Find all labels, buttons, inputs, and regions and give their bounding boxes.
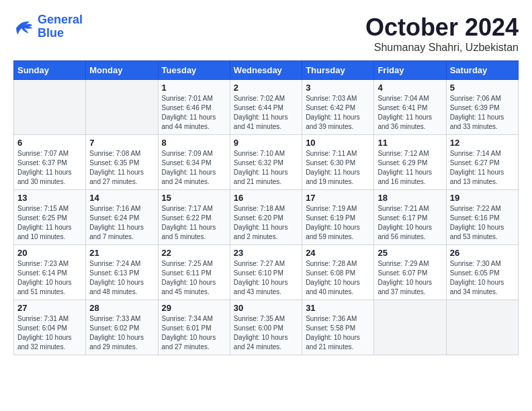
day-header-sunday: Sunday (14, 61, 86, 80)
day-info: Sunrise: 7:31 AMSunset: 6:04 PMDaylight:… (17, 314, 82, 352)
calendar-cell: 3Sunrise: 7:03 AMSunset: 6:42 PMDaylight… (302, 80, 374, 135)
day-number: 19 (450, 193, 515, 203)
day-number: 28 (89, 303, 154, 313)
day-info: Sunrise: 7:23 AMSunset: 6:14 PMDaylight:… (17, 259, 82, 297)
calendar-cell: 29Sunrise: 7:34 AMSunset: 6:01 PMDayligh… (158, 300, 230, 355)
day-number: 30 (234, 303, 298, 313)
calendar-header-row: SundayMondayTuesdayWednesdayThursdayFrid… (14, 61, 519, 80)
day-number: 2 (234, 83, 298, 93)
calendar-cell: 6Sunrise: 7:07 AMSunset: 6:37 PMDaylight… (14, 135, 86, 190)
day-info: Sunrise: 7:15 AMSunset: 6:25 PMDaylight:… (17, 204, 82, 242)
day-info: Sunrise: 7:16 AMSunset: 6:24 PMDaylight:… (89, 204, 154, 242)
day-info: Sunrise: 7:09 AMSunset: 6:34 PMDaylight:… (162, 149, 226, 187)
day-number: 8 (162, 138, 226, 148)
calendar-cell: 18Sunrise: 7:21 AMSunset: 6:17 PMDayligh… (374, 190, 446, 245)
calendar-cell: 7Sunrise: 7:08 AMSunset: 6:35 PMDaylight… (86, 135, 158, 190)
calendar-cell: 13Sunrise: 7:15 AMSunset: 6:25 PMDayligh… (14, 190, 86, 245)
title-block: October 2024 Shumanay Shahri, Uzbekistan (365, 13, 519, 54)
day-number: 17 (306, 193, 370, 203)
day-info: Sunrise: 7:30 AMSunset: 6:05 PMDaylight:… (450, 259, 515, 297)
calendar-cell: 21Sunrise: 7:24 AMSunset: 6:13 PMDayligh… (86, 245, 158, 300)
calendar-cell: 24Sunrise: 7:28 AMSunset: 6:08 PMDayligh… (302, 245, 374, 300)
day-info: Sunrise: 7:06 AMSunset: 6:39 PMDaylight:… (450, 94, 515, 132)
calendar-cell (446, 300, 518, 355)
day-info: Sunrise: 7:03 AMSunset: 6:42 PMDaylight:… (306, 94, 370, 132)
calendar-cell: 5Sunrise: 7:06 AMSunset: 6:39 PMDaylight… (446, 80, 518, 135)
calendar-table: SundayMondayTuesdayWednesdayThursdayFrid… (13, 60, 519, 355)
calendar-week-row: 13Sunrise: 7:15 AMSunset: 6:25 PMDayligh… (14, 190, 519, 245)
calendar-week-row: 27Sunrise: 7:31 AMSunset: 6:04 PMDayligh… (14, 300, 519, 355)
calendar-cell: 26Sunrise: 7:30 AMSunset: 6:05 PMDayligh… (446, 245, 518, 300)
calendar-cell: 17Sunrise: 7:19 AMSunset: 6:19 PMDayligh… (302, 190, 374, 245)
day-info: Sunrise: 7:17 AMSunset: 6:22 PMDaylight:… (162, 204, 226, 242)
day-number: 10 (306, 138, 370, 148)
calendar-cell: 4Sunrise: 7:04 AMSunset: 6:41 PMDaylight… (374, 80, 446, 135)
calendar-cell (374, 300, 446, 355)
day-number: 20 (17, 248, 82, 258)
calendar-cell: 10Sunrise: 7:11 AMSunset: 6:30 PMDayligh… (302, 135, 374, 190)
calendar-cell: 28Sunrise: 7:33 AMSunset: 6:02 PMDayligh… (86, 300, 158, 355)
calendar-cell (14, 80, 86, 135)
day-header-monday: Monday (86, 61, 158, 80)
calendar-week-row: 20Sunrise: 7:23 AMSunset: 6:14 PMDayligh… (14, 245, 519, 300)
calendar-cell: 9Sunrise: 7:10 AMSunset: 6:32 PMDaylight… (230, 135, 302, 190)
page-header: General Blue October 2024 Shumanay Shahr… (13, 13, 519, 54)
logo: General Blue (13, 13, 83, 40)
day-info: Sunrise: 7:22 AMSunset: 6:16 PMDaylight:… (450, 204, 515, 242)
day-number: 23 (234, 248, 298, 258)
day-header-friday: Friday (374, 61, 446, 80)
day-info: Sunrise: 7:24 AMSunset: 6:13 PMDaylight:… (89, 259, 154, 297)
calendar-cell: 15Sunrise: 7:17 AMSunset: 6:22 PMDayligh… (158, 190, 230, 245)
day-number: 6 (17, 138, 82, 148)
calendar-cell: 23Sunrise: 7:27 AMSunset: 6:10 PMDayligh… (230, 245, 302, 300)
calendar-cell: 19Sunrise: 7:22 AMSunset: 6:16 PMDayligh… (446, 190, 518, 245)
calendar-cell: 31Sunrise: 7:36 AMSunset: 5:58 PMDayligh… (302, 300, 374, 355)
day-number: 14 (89, 193, 154, 203)
day-number: 16 (234, 193, 298, 203)
day-number: 1 (162, 83, 226, 93)
day-info: Sunrise: 7:11 AMSunset: 6:30 PMDaylight:… (306, 149, 370, 187)
calendar-cell: 2Sunrise: 7:02 AMSunset: 6:44 PMDaylight… (230, 80, 302, 135)
day-header-wednesday: Wednesday (230, 61, 302, 80)
day-number: 18 (378, 193, 442, 203)
month-title: October 2024 (365, 13, 519, 42)
day-info: Sunrise: 7:29 AMSunset: 6:07 PMDaylight:… (378, 259, 442, 297)
day-info: Sunrise: 7:14 AMSunset: 6:27 PMDaylight:… (450, 149, 515, 187)
day-number: 7 (89, 138, 154, 148)
day-number: 15 (162, 193, 226, 203)
day-number: 3 (306, 83, 370, 93)
day-info: Sunrise: 7:04 AMSunset: 6:41 PMDaylight:… (378, 94, 442, 132)
day-info: Sunrise: 7:34 AMSunset: 6:01 PMDaylight:… (162, 314, 226, 352)
calendar-cell (86, 80, 158, 135)
day-number: 27 (17, 303, 82, 313)
day-info: Sunrise: 7:08 AMSunset: 6:35 PMDaylight:… (89, 149, 154, 187)
calendar-cell: 22Sunrise: 7:25 AMSunset: 6:11 PMDayligh… (158, 245, 230, 300)
calendar-week-row: 6Sunrise: 7:07 AMSunset: 6:37 PMDaylight… (14, 135, 519, 190)
day-info: Sunrise: 7:01 AMSunset: 6:46 PMDaylight:… (162, 94, 226, 132)
day-info: Sunrise: 7:07 AMSunset: 6:37 PMDaylight:… (17, 149, 82, 187)
calendar-cell: 12Sunrise: 7:14 AMSunset: 6:27 PMDayligh… (446, 135, 518, 190)
logo-icon (13, 17, 35, 36)
day-number: 31 (306, 303, 370, 313)
calendar-cell: 14Sunrise: 7:16 AMSunset: 6:24 PMDayligh… (86, 190, 158, 245)
day-info: Sunrise: 7:18 AMSunset: 6:20 PMDaylight:… (234, 204, 298, 242)
day-number: 11 (378, 138, 442, 148)
calendar-cell: 27Sunrise: 7:31 AMSunset: 6:04 PMDayligh… (14, 300, 86, 355)
day-info: Sunrise: 7:10 AMSunset: 6:32 PMDaylight:… (234, 149, 298, 187)
day-info: Sunrise: 7:27 AMSunset: 6:10 PMDaylight:… (234, 259, 298, 297)
day-info: Sunrise: 7:25 AMSunset: 6:11 PMDaylight:… (162, 259, 226, 297)
calendar-cell: 1Sunrise: 7:01 AMSunset: 6:46 PMDaylight… (158, 80, 230, 135)
day-number: 4 (378, 83, 442, 93)
location-subtitle: Shumanay Shahri, Uzbekistan (365, 42, 519, 54)
day-info: Sunrise: 7:28 AMSunset: 6:08 PMDaylight:… (306, 259, 370, 297)
day-info: Sunrise: 7:02 AMSunset: 6:44 PMDaylight:… (234, 94, 298, 132)
day-header-tuesday: Tuesday (158, 61, 230, 80)
day-header-saturday: Saturday (446, 61, 518, 80)
day-number: 22 (162, 248, 226, 258)
calendar-body: 1Sunrise: 7:01 AMSunset: 6:46 PMDaylight… (14, 80, 519, 355)
day-info: Sunrise: 7:36 AMSunset: 5:58 PMDaylight:… (306, 314, 370, 352)
calendar-cell: 11Sunrise: 7:12 AMSunset: 6:29 PMDayligh… (374, 135, 446, 190)
day-info: Sunrise: 7:35 AMSunset: 6:00 PMDaylight:… (234, 314, 298, 352)
day-info: Sunrise: 7:21 AMSunset: 6:17 PMDaylight:… (378, 204, 442, 242)
day-number: 25 (378, 248, 442, 258)
